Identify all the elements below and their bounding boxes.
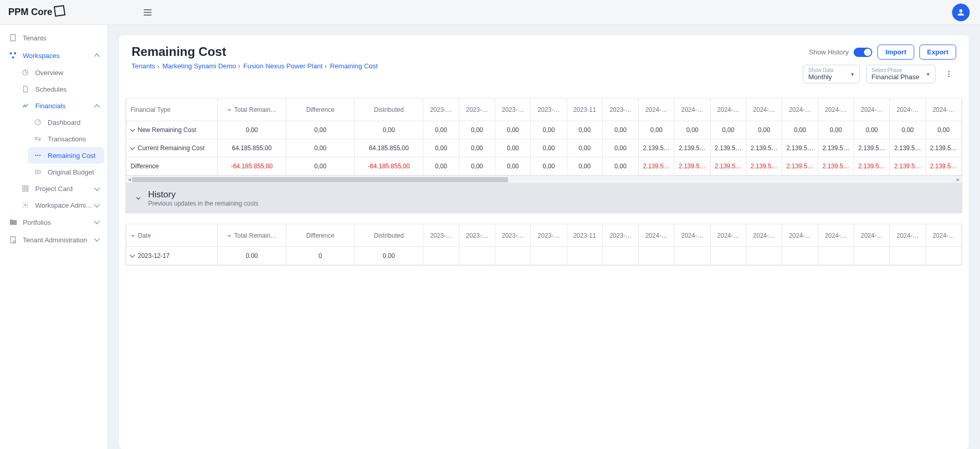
more-menu-icon[interactable] [942, 67, 956, 81]
app-name: PPM Core [8, 7, 52, 18]
data-cell: 2.139.528,50 [818, 139, 854, 157]
sidebar-item-remaining-cost[interactable]: Remaining Cost [28, 147, 104, 164]
filter-icon[interactable]: ⏷ [131, 233, 136, 239]
expand-row-icon[interactable] [131, 252, 136, 259]
column-header[interactable]: ⏷Date [126, 224, 218, 247]
column-header[interactable]: 2023-… [423, 224, 459, 247]
show-history-toggle[interactable] [854, 48, 872, 57]
nav-label: Tenant Administration [23, 236, 87, 244]
row-type-cell: New Remaining Cost [126, 121, 218, 139]
data-cell [782, 247, 818, 265]
breadcrumb-item[interactable]: Remaining Cost [330, 62, 378, 70]
column-header[interactable]: ⏷Total Remain… [218, 224, 286, 247]
collapse-history-icon[interactable] [135, 195, 142, 202]
data-cell: 0,00 [531, 121, 567, 139]
svg-rect-17 [23, 189, 25, 191]
svg-rect-4 [10, 35, 15, 41]
show-data-select[interactable]: Show Data Monthly [803, 65, 860, 83]
column-header[interactable]: 2024-… [890, 224, 926, 247]
column-header[interactable]: 2024-… [710, 98, 746, 121]
column-header[interactable]: 2024-… [818, 224, 854, 247]
breadcrumb-item[interactable]: Marketing Synami Demo [163, 62, 240, 70]
column-header[interactable]: 2023-… [495, 224, 530, 247]
sidebar-item-original-budget[interactable]: Original Budget [28, 164, 104, 180]
sidebar-item-project-card[interactable]: Project Card [16, 180, 104, 197]
data-cell: 2.139.528,50 [890, 139, 926, 157]
column-header[interactable]: 2024-… [639, 224, 674, 247]
data-cell: 0,00 [459, 139, 495, 157]
column-header[interactable]: 2024-… [854, 98, 889, 121]
import-button[interactable]: Import [877, 45, 914, 60]
expand-row-icon[interactable] [131, 144, 136, 152]
column-header[interactable]: Difference [286, 98, 354, 121]
column-header[interactable]: 2023-… [495, 98, 530, 121]
menu-toggle-icon[interactable] [142, 7, 153, 18]
scroll-thumb[interactable] [132, 177, 508, 182]
scroll-right-icon[interactable]: ► [956, 177, 961, 182]
column-header[interactable]: 2023-11 [567, 224, 602, 247]
sidebar-item-tenants[interactable]: Tenants [3, 29, 104, 47]
sidebar: Tenants Workspaces Overview Schedules Fi… [0, 25, 108, 449]
column-header[interactable]: 2023-… [531, 224, 567, 247]
export-button[interactable]: Export [919, 45, 956, 60]
topbar: PPM Core [0, 0, 980, 25]
column-header[interactable]: 2023-… [602, 98, 638, 121]
column-header[interactable]: 2024-… [854, 224, 889, 247]
data-cell: 2.139.528,50 [746, 139, 782, 157]
sidebar-item-transactions[interactable]: Transactions [28, 131, 104, 147]
column-header[interactable]: ⏷Total Remain… [218, 98, 286, 121]
data-cell: 0,00 [567, 139, 602, 157]
column-header[interactable]: 2023-11 [567, 98, 602, 121]
column-header[interactable]: Difference [286, 224, 354, 247]
sidebar-item-workspace-admin[interactable]: Workspace Admi… [16, 197, 104, 213]
scroll-left-icon[interactable]: ◄ [127, 177, 132, 182]
data-cell: -64.185.855,00 [218, 157, 286, 176]
sidebar-item-financials[interactable]: Financials [16, 97, 104, 114]
column-header[interactable]: 2024-… [746, 224, 782, 247]
horizontal-scrollbar[interactable]: ◄ ► [126, 176, 962, 183]
column-header[interactable]: 2023-… [423, 98, 459, 121]
select-phase-select[interactable]: Select Phase Financial Phase [866, 65, 936, 83]
sidebar-item-portfolios[interactable]: Portfolios [3, 213, 104, 231]
data-cell: 0,00 [495, 157, 530, 176]
column-header[interactable]: 2024-… [674, 98, 710, 121]
column-header[interactable]: 2024-… [782, 98, 818, 121]
remaining-cost-icon [33, 151, 42, 160]
data-cell: 0,00 [495, 139, 530, 157]
data-cell: 64.185.855,00 [218, 139, 286, 157]
column-header[interactable]: 2024-… [746, 98, 782, 121]
data-cell: 0,00 [602, 139, 638, 157]
column-header[interactable]: 2024-… [890, 98, 926, 121]
sidebar-item-workspaces[interactable]: Workspaces [3, 47, 104, 64]
column-header[interactable]: 2024-… [674, 224, 710, 247]
column-header[interactable]: 2024-… [818, 98, 854, 121]
svg-rect-16 [26, 186, 28, 188]
column-header[interactable]: 2023-… [459, 224, 495, 247]
breadcrumb-item[interactable]: Fusion Nexus Power Plant [243, 62, 327, 70]
table-row: Current Remaining Cost64.185.855,000,006… [126, 139, 962, 157]
column-header[interactable]: 2024-… [926, 98, 961, 121]
column-header[interactable]: 2023-… [602, 224, 638, 247]
financials-icon [21, 101, 30, 110]
breadcrumb-item[interactable]: Tenants [132, 62, 160, 70]
column-header[interactable]: 2024-… [926, 224, 961, 247]
sidebar-item-tenant-admin[interactable]: Tenant Administration [3, 231, 104, 249]
data-cell: 2.139.528,50 [639, 157, 674, 176]
expand-row-icon[interactable] [131, 126, 136, 134]
sidebar-item-dashboard[interactable]: Dashboard [28, 114, 104, 131]
column-header[interactable]: Distributed [355, 98, 423, 121]
sidebar-item-schedules[interactable]: Schedules [16, 81, 104, 97]
column-header[interactable]: 2023-… [459, 98, 495, 121]
column-header[interactable]: 2024-… [782, 224, 818, 247]
sidebar-item-overview[interactable]: Overview [16, 64, 104, 81]
filter-icon[interactable]: ⏷ [227, 233, 232, 239]
column-header[interactable]: 2023-… [531, 98, 567, 121]
filter-icon[interactable]: ⏷ [227, 107, 232, 113]
user-avatar[interactable] [952, 4, 970, 21]
column-header[interactable]: 2024-… [710, 224, 746, 247]
column-header[interactable]: Financial Type [126, 98, 218, 121]
data-cell: 0,00 [423, 157, 459, 176]
column-header[interactable]: 2024-… [639, 98, 674, 121]
data-cell: 0,00 [286, 157, 354, 176]
column-header[interactable]: Distributed [355, 224, 423, 247]
